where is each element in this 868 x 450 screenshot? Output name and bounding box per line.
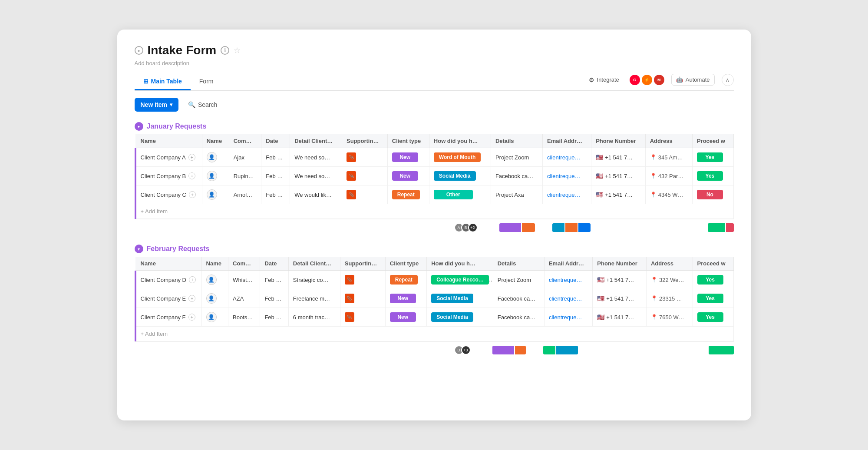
automate-button[interactable]: 🤖 Automate (671, 74, 715, 86)
supporting-cell: 📎 (340, 289, 385, 308)
client-type-cell[interactable]: New (387, 167, 429, 185)
client-type-cell[interactable]: New (385, 289, 426, 308)
table-row[interactable]: Client Company F+👤Boots…Feb …6 month tra… (135, 308, 734, 327)
col-phone: Phone Number (591, 134, 646, 148)
table-row[interactable]: Client Company B+👤Rupin…Feb …We need so…… (135, 167, 734, 185)
avatar: 👤 (207, 189, 217, 200)
gmail-icon[interactable]: G (630, 75, 640, 85)
phone-cell: 🇺🇸+1 541 7… (591, 185, 646, 204)
add-item-row-jan[interactable]: + Add Item (135, 204, 734, 219)
add-row-icon[interactable]: + (188, 172, 195, 179)
how-cell[interactable]: Colleague Recco… (427, 271, 493, 289)
january-how-summary (552, 223, 591, 232)
feb-col-client-type: Client type (385, 257, 426, 271)
february-avatar-cluster: D +3 (454, 345, 471, 355)
table-row[interactable]: Client Company C+👤Arnol…Feb …We would li… (135, 185, 734, 204)
add-row-icon[interactable]: + (188, 154, 195, 161)
date-cell: Feb … (261, 148, 290, 167)
february-table-wrapper: Name Name Com… Date Detail Client… Suppo… (135, 257, 734, 341)
proceed-cell[interactable]: Yes (693, 289, 733, 308)
detail-cell: We need so… (290, 167, 342, 185)
google-icon[interactable]: M (654, 75, 664, 85)
circle-icon: ● (135, 46, 143, 55)
add-item-row-feb[interactable]: + Add Item (135, 327, 734, 341)
details-cell: Facebook ca… (493, 308, 544, 327)
comp-cell: Whist… (228, 271, 260, 289)
star-icon[interactable]: ☆ (234, 46, 241, 55)
col-detail: Detail Client… (290, 134, 342, 148)
board-description[interactable]: Add board description (135, 60, 734, 66)
address-cell: 📍345 Am… (645, 148, 692, 167)
tab-main-table[interactable]: ⊞ Main Table (135, 73, 191, 90)
add-row-icon[interactable]: + (189, 191, 196, 198)
section-collapse-feb-icon[interactable]: ▾ (135, 245, 143, 253)
client-type-cell[interactable]: Repeat (385, 271, 426, 289)
supporting-cell: 📎 (342, 185, 388, 204)
add-row-icon[interactable]: + (188, 314, 195, 321)
client-type-cell[interactable]: Repeat (387, 185, 429, 204)
company-name: Client Company D (141, 277, 187, 283)
january-table-wrapper: Name Name Com… Date Detail Client… Suppo… (135, 134, 734, 219)
email-cell[interactable]: clientreque… (542, 148, 591, 167)
actions-bar: New Item ▾ 🔍 Search (135, 98, 734, 112)
date-cell: Feb … (261, 185, 290, 204)
date-cell: Feb … (260, 271, 288, 289)
table-row[interactable]: Client Company D+👤Whist…Feb …Strategic c… (135, 271, 734, 289)
address-cell: 📍432 Par… (645, 167, 692, 185)
date-cell: Feb … (260, 308, 288, 327)
tab-form[interactable]: Form (191, 73, 222, 90)
col-client-type: Client type (387, 134, 429, 148)
feb-col-details: Details (493, 257, 544, 271)
proceed-cell[interactable]: Yes (692, 148, 733, 167)
company-name: Client Company F (141, 314, 186, 321)
feb-col-detail: Detail Client… (288, 257, 340, 271)
how-cell[interactable]: Social Media (427, 308, 493, 327)
section-collapse-icon[interactable]: ▾ (135, 122, 143, 131)
info-icon[interactable]: ℹ (221, 46, 229, 55)
date-cell: Feb … (261, 167, 290, 185)
how-cell[interactable]: Social Media (427, 289, 493, 308)
feb-col-phone: Phone Number (593, 257, 647, 271)
email-cell[interactable]: clientreque… (544, 308, 592, 327)
avatar: 👤 (206, 275, 217, 285)
january-proceed-summary (708, 223, 734, 232)
section-february-title: February Requests (147, 245, 210, 253)
email-cell[interactable]: clientreque… (544, 271, 592, 289)
section-february: ▾ February Requests Name Name Com… Date … (135, 245, 734, 358)
proceed-cell[interactable]: No (692, 185, 733, 204)
feb-col-how: How did you h… (427, 257, 493, 271)
avatar: 👤 (206, 312, 217, 322)
email-cell[interactable]: clientreque… (542, 167, 591, 185)
how-cell[interactable]: Social Media (429, 167, 491, 185)
company-name: Client Company A (141, 154, 186, 161)
details-cell: Project Zoom (491, 148, 542, 167)
client-type-cell[interactable]: New (387, 148, 429, 167)
integrate-button[interactable]: ⚙ Integrate (585, 75, 623, 85)
zapier-icon[interactable]: ⚡ (642, 75, 652, 85)
table-row[interactable]: Client Company E+👤AZAFeb …Freelance m…📎N… (135, 289, 734, 308)
feb-col-date: Date (260, 257, 288, 271)
email-cell[interactable]: clientreque… (544, 289, 592, 308)
proceed-cell[interactable]: Yes (693, 308, 733, 327)
proceed-cell[interactable]: Yes (692, 167, 733, 185)
comp-cell: Rupin… (229, 167, 261, 185)
comp-cell: Ajax (229, 148, 261, 167)
feb-col-proceed: Proceed w (693, 257, 733, 271)
address-cell: 📍7650 W… (646, 308, 693, 327)
add-row-icon[interactable]: + (189, 276, 196, 283)
search-button[interactable]: 🔍 Search (183, 98, 222, 112)
how-cell[interactable]: Word of Mouth (429, 148, 491, 167)
supporting-cell: 📎 (342, 148, 388, 167)
proceed-cell[interactable]: Yes (693, 271, 733, 289)
new-item-button[interactable]: New Item ▾ (135, 98, 178, 112)
details-cell: Project Zoom (493, 271, 544, 289)
email-cell[interactable]: clientreque… (542, 185, 591, 204)
add-row-icon[interactable]: + (188, 295, 195, 302)
how-cell[interactable]: Other (429, 185, 491, 204)
col-proceed: Proceed w (692, 134, 733, 148)
client-type-cell[interactable]: New (385, 308, 426, 327)
phone-cell: 🇺🇸+1 541 7… (591, 148, 646, 167)
collapse-button[interactable]: ∧ (722, 74, 734, 86)
table-row[interactable]: Client Company A+👤AjaxFeb …We need so…📎N… (135, 148, 734, 167)
search-icon: 🔍 (188, 101, 195, 108)
